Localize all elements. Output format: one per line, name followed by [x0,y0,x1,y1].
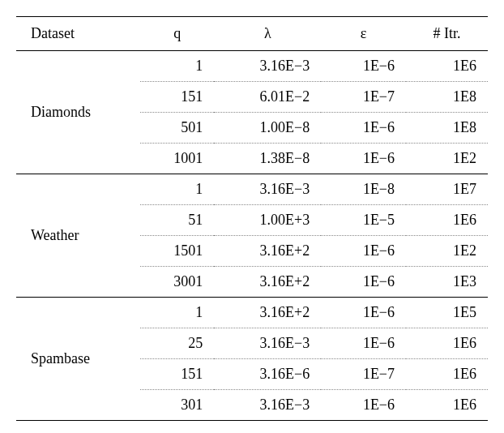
cell-eps: 1E−6 [321,144,406,174]
cell-q: 1 [140,298,214,328]
cell-q: 151 [140,359,214,390]
table: Dataset q λ ε # Itr. Diamonds 1 3.16E−3 … [16,16,488,421]
cell-itr: 1E6 [406,390,488,421]
cell-eps: 1E−7 [321,359,406,390]
cell-eps: 1E−8 [321,174,406,205]
cell-eps: 1E−7 [321,82,406,113]
cell-itr: 1E6 [406,328,488,359]
header-eps: ε [321,17,406,51]
header-q: q [140,17,214,51]
cell-itr: 1E2 [406,144,488,174]
header-dataset: Dataset [16,17,140,51]
dataset-cell: Weather [16,174,140,298]
cell-lambda: 3.16E−3 [214,328,321,359]
cell-itr: 1E7 [406,174,488,205]
cell-q: 25 [140,328,214,359]
hyperparameter-table: Dataset q λ ε # Itr. Diamonds 1 3.16E−3 … [16,16,488,421]
cell-eps: 1E−6 [321,236,406,267]
cell-lambda: 1.38E−8 [214,144,321,174]
cell-lambda: 3.16E+2 [214,298,321,328]
dataset-cell: Diamonds [16,51,140,174]
cell-lambda: 3.16E−3 [214,51,321,82]
header-row: Dataset q λ ε # Itr. [16,17,488,51]
cell-eps: 1E−5 [321,205,406,236]
cell-itr: 1E6 [406,359,488,390]
cell-eps: 1E−6 [321,298,406,328]
cell-q: 1501 [140,236,214,267]
cell-lambda: 1.00E+3 [214,205,321,236]
cell-lambda: 3.16E−3 [214,174,321,205]
cell-lambda: 3.16E+2 [214,267,321,298]
table-row: Diamonds 1 3.16E−3 1E−6 1E6 [16,51,488,82]
cell-itr: 1E6 [406,205,488,236]
table-body: Diamonds 1 3.16E−3 1E−6 1E6 151 6.01E−2 … [16,51,488,421]
cell-eps: 1E−6 [321,51,406,82]
cell-itr: 1E2 [406,236,488,267]
cell-eps: 1E−6 [321,267,406,298]
cell-lambda: 6.01E−2 [214,82,321,113]
header-lambda: λ [214,17,321,51]
table-row: Spambase 1 3.16E+2 1E−6 1E5 [16,298,488,328]
dataset-cell: Spambase [16,298,140,421]
cell-lambda: 1.00E−8 [214,113,321,144]
cell-q: 3001 [140,267,214,298]
cell-itr: 1E8 [406,113,488,144]
cell-itr: 1E3 [406,267,488,298]
cell-lambda: 3.16E−6 [214,359,321,390]
cell-eps: 1E−6 [321,390,406,421]
cell-q: 1001 [140,144,214,174]
cell-q: 1 [140,51,214,82]
cell-q: 151 [140,82,214,113]
cell-itr: 1E5 [406,298,488,328]
header-itr: # Itr. [406,17,488,51]
cell-q: 51 [140,205,214,236]
cell-itr: 1E8 [406,82,488,113]
cell-lambda: 3.16E+2 [214,236,321,267]
cell-q: 301 [140,390,214,421]
cell-q: 1 [140,174,214,205]
cell-eps: 1E−6 [321,328,406,359]
cell-lambda: 3.16E−3 [214,390,321,421]
cell-q: 501 [140,113,214,144]
table-row: Weather 1 3.16E−3 1E−8 1E7 [16,174,488,205]
cell-itr: 1E6 [406,51,488,82]
cell-eps: 1E−6 [321,113,406,144]
